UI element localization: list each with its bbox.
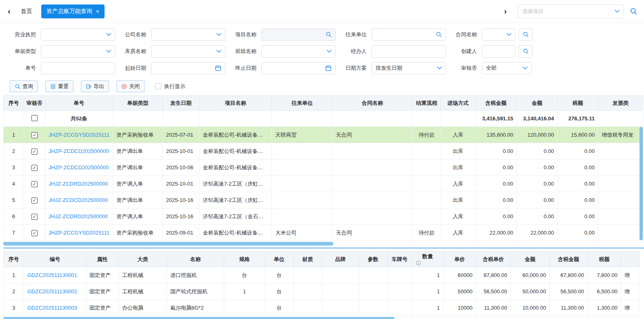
cell: 资产采购验收单 bbox=[113, 127, 163, 143]
tab-home[interactable]: 首页 bbox=[14, 4, 39, 18]
col-attr: 属性 bbox=[86, 252, 119, 267]
row-checkbox[interactable]: ✓ bbox=[31, 214, 38, 220]
horizontal-scrollbar[interactable] bbox=[3, 317, 643, 319]
table-row[interactable]: 3 GDZC202511130003 固定资产 办公电脑 戴尔电脑8G*2 台 … bbox=[4, 300, 640, 316]
cell: 国产轮式挖掘机 bbox=[167, 284, 224, 300]
doc-no-link[interactable]: JHZP-ZCCGYSD2025111 bbox=[49, 132, 109, 138]
cell: 增 bbox=[621, 284, 640, 300]
table-row[interactable]: 4 ✓ JHJZ-ZCDRD202500000 资产调入单 2025-10-01… bbox=[4, 176, 643, 192]
handler-input[interactable] bbox=[376, 48, 442, 54]
counterparty-input[interactable] bbox=[376, 31, 436, 38]
project-select[interactable]: 选择项目 bbox=[518, 4, 624, 18]
row-checkbox[interactable]: ✓ bbox=[31, 181, 38, 187]
row-checkbox[interactable]: ✓ bbox=[31, 197, 38, 204]
info-icon[interactable] bbox=[416, 260, 421, 266]
cell: 0.00 bbox=[517, 176, 557, 192]
cell: 大米公司 bbox=[272, 225, 333, 241]
start-date-input[interactable] bbox=[155, 65, 215, 71]
cell: 无合同 bbox=[332, 225, 412, 241]
doc-no-link[interactable]: JHJZ-ZCDRD202500000 bbox=[49, 181, 108, 187]
col-brand: 品牌 bbox=[322, 252, 359, 267]
table-row[interactable]: 3 ✓ JHZP-ZCDCD202500000 资产调出单 2025-10-06… bbox=[4, 160, 643, 176]
query-button[interactable]: 查询 bbox=[10, 80, 38, 92]
table-row[interactable]: 7 ✓ JHZP-ZCCGYSD2025111 资产采购验收单 2025-09-… bbox=[4, 225, 643, 241]
project-name-label: 项目名称 bbox=[225, 31, 256, 38]
table-row[interactable]: 6 ✓ JHJZ-ZCDRD202500000 资产调入单 2025-10-16… bbox=[4, 208, 643, 225]
horizontal-scrollbar-thumb[interactable] bbox=[3, 317, 394, 319]
col-category: 大类 bbox=[119, 252, 167, 267]
creator-input[interactable] bbox=[486, 48, 511, 54]
row-checkbox[interactable]: ✓ bbox=[31, 165, 38, 171]
company-name-select[interactable] bbox=[151, 29, 225, 41]
cell bbox=[322, 267, 359, 284]
tabs-scroll-left-icon[interactable]: ‹ bbox=[4, 7, 14, 16]
search-icon[interactable] bbox=[436, 31, 442, 38]
vertical-scrollbar-thumb[interactable] bbox=[640, 127, 643, 240]
tabs-scroll-right-icon[interactable]: › bbox=[500, 7, 510, 16]
asset-code-link[interactable]: GDZC202511130001 bbox=[27, 272, 77, 278]
close-tab-icon[interactable]: × bbox=[96, 8, 99, 15]
date-plan-select[interactable]: 按发生日期 bbox=[372, 62, 446, 74]
table-row[interactable]: 2 ✓ JHZP-ZCDCD202500000 资产调出单 2025-10-01… bbox=[4, 143, 643, 160]
cell: 2025-10-16 bbox=[163, 208, 199, 225]
col-price: 单价 bbox=[443, 252, 476, 267]
col-seq: 序号 bbox=[4, 252, 24, 267]
doc-no-link[interactable]: JHZP-ZCDCD202500000 bbox=[49, 148, 109, 154]
doc-no-link[interactable]: JHJZ-ZCDRD202500000 bbox=[49, 213, 108, 219]
close-button[interactable]: 关闭 bbox=[116, 80, 145, 92]
calendar-icon[interactable] bbox=[325, 65, 332, 71]
cell: 0.00 bbox=[557, 225, 598, 241]
vertical-scrollbar[interactable] bbox=[640, 111, 643, 240]
cell: 戴尔电脑8G*2 bbox=[167, 300, 224, 316]
col-doc-no: 单号 bbox=[45, 96, 113, 111]
row-checkbox[interactable]: ✓ bbox=[31, 132, 38, 138]
row-checkbox[interactable]: ✓ bbox=[31, 148, 38, 155]
contract-name-select[interactable] bbox=[482, 29, 515, 41]
export-button[interactable]: 导出 bbox=[81, 80, 109, 92]
tab-asset-ledger-query[interactable]: 资产总账万能查询 × bbox=[41, 4, 105, 18]
audit-select[interactable]: 全部 bbox=[482, 62, 532, 74]
table-row[interactable]: 1 ✓ JHZP-ZCCGYSD2025111 资产采购验收单 2025-07-… bbox=[4, 127, 643, 143]
cell bbox=[412, 111, 441, 127]
cell bbox=[332, 192, 412, 208]
contract-search-button[interactable] bbox=[519, 29, 533, 41]
wrap-display-toggle[interactable]: 换行显示 bbox=[155, 83, 185, 90]
table-row[interactable]: 1 GDZC202511130001 固定资产 工程机械 进口挖掘机 台 台 1… bbox=[4, 267, 640, 284]
cell: 10000 bbox=[443, 300, 476, 316]
end-date-input[interactable] bbox=[265, 65, 325, 71]
cell bbox=[224, 300, 265, 316]
doc-no-link[interactable]: JHZP-ZCDCD202500000 bbox=[49, 164, 109, 171]
col-code: 编号 bbox=[24, 252, 86, 267]
calendar-icon[interactable] bbox=[215, 65, 221, 71]
col-tax: 税额 bbox=[557, 96, 598, 111]
asset-code-link[interactable]: GDZC202511130002 bbox=[27, 288, 77, 295]
cell: GDZC202511130001 bbox=[24, 267, 86, 284]
counterparty-label: 往来单位 bbox=[336, 31, 367, 38]
doc-no-link[interactable]: JHJZ-ZCDCD202500000 bbox=[49, 197, 108, 203]
col-name: 名称 bbox=[167, 252, 224, 267]
warehouse-select[interactable] bbox=[151, 45, 225, 58]
col-entry: 进场方式 bbox=[441, 96, 475, 111]
cell: 0.00 bbox=[475, 160, 517, 176]
table-row[interactable]: 2 GDZC202511130002 固定资产 工程机械 国产轮式挖掘机 1 台… bbox=[4, 284, 640, 300]
horizontal-scrollbar-thumb[interactable] bbox=[3, 242, 333, 246]
doc-no-input[interactable] bbox=[45, 65, 111, 71]
col-amount: 金额 bbox=[517, 96, 557, 111]
team-select[interactable] bbox=[261, 45, 336, 58]
business-license-select[interactable] bbox=[41, 29, 115, 41]
panel-splitter[interactable] bbox=[3, 248, 644, 248]
row-checkbox[interactable]: ✓ bbox=[31, 230, 38, 236]
select-all-checkbox[interactable] bbox=[31, 115, 38, 121]
search-icon[interactable] bbox=[325, 31, 332, 38]
doc-type-select[interactable] bbox=[41, 45, 115, 58]
cell: 出库 bbox=[441, 143, 475, 160]
creator-search-button[interactable] bbox=[519, 45, 533, 58]
project-search-icon[interactable] bbox=[630, 7, 637, 15]
cell bbox=[598, 208, 643, 225]
horizontal-scrollbar[interactable] bbox=[3, 242, 643, 246]
reset-button[interactable]: 重置 bbox=[45, 80, 74, 92]
table-row[interactable]: 5 ✓ JHJZ-ZCDCD202500000 资产调出单 2025-10-16… bbox=[4, 192, 643, 208]
asset-code-link[interactable]: GDZC202511130003 bbox=[27, 305, 77, 311]
doc-no-link[interactable]: JHZP-ZCCGYSD2025111 bbox=[49, 230, 109, 236]
cell bbox=[272, 160, 333, 176]
